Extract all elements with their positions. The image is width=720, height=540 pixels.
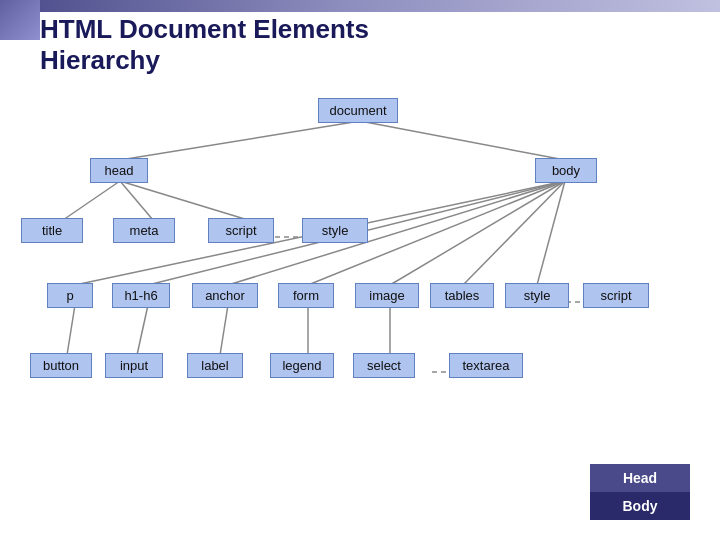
- corner-accent: [0, 0, 40, 40]
- node-title: title: [21, 218, 83, 243]
- node-body: body: [535, 158, 597, 183]
- node-label: label: [187, 353, 243, 378]
- svg-line-1: [360, 121, 565, 160]
- header-bar: [0, 0, 720, 12]
- hierarchy-lines: [0, 0, 720, 540]
- node-image: image: [355, 283, 419, 308]
- node-legend: legend: [270, 353, 334, 378]
- svg-line-3: [120, 181, 153, 220]
- node-meta: meta: [113, 218, 175, 243]
- legend-head-label: Head: [590, 464, 690, 492]
- svg-line-16: [220, 305, 228, 355]
- svg-line-4: [120, 181, 248, 220]
- svg-line-12: [537, 181, 565, 285]
- svg-line-10: [390, 181, 565, 285]
- svg-line-0: [120, 121, 360, 160]
- page-title: HTML Document Elements Hierarchy: [40, 14, 369, 76]
- node-head: head: [90, 158, 148, 183]
- node-textarea: textarea: [449, 353, 523, 378]
- node-document: document: [318, 98, 398, 123]
- node-style-body: style: [505, 283, 569, 308]
- svg-line-14: [67, 305, 75, 355]
- node-h1h6: h1-h6: [112, 283, 170, 308]
- legend-body-label: Body: [590, 492, 690, 520]
- node-select: select: [353, 353, 415, 378]
- node-input: input: [105, 353, 163, 378]
- node-p: p: [47, 283, 93, 308]
- node-script-body: script: [583, 283, 649, 308]
- node-form: form: [278, 283, 334, 308]
- svg-line-15: [137, 305, 148, 355]
- node-script-head: script: [208, 218, 274, 243]
- node-tables: tables: [430, 283, 494, 308]
- svg-line-11: [463, 181, 565, 285]
- node-style-head: style: [302, 218, 368, 243]
- legend-box: Head Body: [590, 464, 690, 520]
- node-anchor: anchor: [192, 283, 258, 308]
- svg-line-2: [63, 181, 120, 220]
- svg-line-8: [228, 181, 565, 285]
- node-button: button: [30, 353, 92, 378]
